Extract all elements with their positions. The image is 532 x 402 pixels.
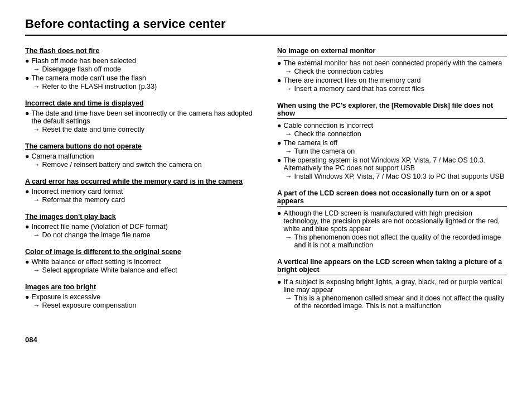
- section-item: →Do not change the image file name: [25, 231, 255, 239]
- bullet-icon: ●: [25, 74, 30, 82]
- arrow-icon: →: [33, 161, 40, 169]
- bullet-icon: ●: [277, 76, 282, 84]
- arrow-icon: →: [285, 147, 292, 155]
- bullet-text: Incorrect file name (Violation of DCF fo…: [32, 223, 168, 231]
- section-item: →Remove / reinsert battery and switch th…: [25, 161, 255, 169]
- arrow-icon: →: [285, 294, 292, 302]
- section-item: →Select appropriate White balance and ef…: [25, 266, 255, 274]
- bullet-icon: ●: [277, 139, 282, 147]
- section-title-date_time: Incorrect date and time is displayed: [25, 99, 255, 107]
- bullet-icon: ●: [277, 59, 282, 67]
- bullet-icon: ●: [25, 188, 30, 195]
- section-item: ●The date and time have been set incorre…: [25, 109, 255, 125]
- section-title-card_error: A card error has occurred while the memo…: [25, 178, 255, 185]
- section-item: →Reset exposure compensation: [25, 302, 255, 309]
- section-item: ●Cable connection is incorrect: [277, 122, 507, 130]
- arrow-text: Select appropriate White balance and eff…: [42, 266, 177, 274]
- section-item: ●Camera malfunction: [25, 152, 255, 160]
- section-bright: Images are too bright●Exposure is excess…: [25, 283, 255, 309]
- arrow-text: Turn the camera on: [294, 147, 355, 155]
- section-item: →Reformat the memory card: [25, 196, 255, 204]
- arrow-icon: →: [33, 65, 40, 73]
- arrow-icon: →: [33, 231, 40, 239]
- section-item: →This is a phenomenon called smear and i…: [277, 294, 507, 310]
- bullet-text: The camera mode can't use the flash: [32, 74, 146, 82]
- arrow-icon: →: [33, 302, 40, 309]
- section-date_time: Incorrect date and time is displayed●The…: [25, 99, 255, 133]
- arrow-text: Reformat the memory card: [42, 196, 125, 204]
- arrow-text: Reset exposure compensation: [42, 302, 137, 309]
- section-lcd_spot: A part of the LCD screen does not occasi…: [277, 189, 507, 249]
- bullet-text: The camera is off: [284, 139, 337, 147]
- bullet-icon: ●: [25, 223, 30, 231]
- bullet-text: If a subject is exposing bright lights, …: [284, 278, 507, 294]
- section-item: ●Flash off mode has been selected: [25, 57, 255, 65]
- arrow-icon: →: [33, 126, 40, 133]
- arrow-text: Insert a memory card that has correct fi…: [294, 85, 424, 93]
- section-item: ●Incorrect memory card format: [25, 188, 255, 195]
- section-item: ●Exposure is excessive: [25, 293, 255, 301]
- section-item: ●The camera is off: [277, 139, 507, 147]
- section-item: →Check the connection cables: [277, 68, 507, 75]
- section-title-color: Color of image is different to the origi…: [25, 248, 255, 256]
- section-title-bright: Images are too bright: [25, 283, 255, 291]
- bullet-text: Incorrect memory card format: [32, 188, 123, 195]
- section-item: →This phenomenon does not affect the qua…: [277, 233, 507, 249]
- section-no_image: No image on external monitor●The externa…: [277, 47, 507, 93]
- section-item: ●The operating system is not Windows XP,…: [277, 156, 507, 172]
- section-title-lcd_spot: A part of the LCD screen does not occasi…: [277, 189, 507, 207]
- section-item: ●Incorrect file name (Violation of DCF f…: [25, 223, 255, 231]
- section-title-vertical_line: A vertical line appears on the LCD scree…: [277, 258, 507, 275]
- section-item: ●If a subject is exposing bright lights,…: [277, 278, 507, 294]
- arrow-text: Check the connection cables: [294, 68, 384, 75]
- arrow-text: Disengage flash off mode: [42, 65, 122, 73]
- page-number: 084: [25, 336, 507, 344]
- section-item: →Disengage flash off mode: [25, 65, 255, 73]
- bullet-text: The date and time have been set incorrec…: [32, 109, 255, 125]
- section-item: ●Although the LCD screen is manufactured…: [277, 209, 507, 233]
- bullet-text: The external monitor has not been connec…: [284, 59, 502, 67]
- page-title: Before contacting a service center: [25, 17, 507, 36]
- bullet-icon: ●: [25, 57, 30, 65]
- bullet-icon: ●: [25, 109, 30, 117]
- section-item: ●White balance or effect setting is inco…: [25, 258, 255, 266]
- bullet-icon: ●: [277, 278, 282, 286]
- section-item: →Turn the camera on: [277, 147, 507, 155]
- bullet-text: The operating system is not Windows XP, …: [284, 156, 507, 172]
- arrow-text: Install Windows XP, Vista, 7 / Mac OS 10…: [294, 173, 505, 180]
- bullet-text: Although the LCD screen is manufactured …: [284, 209, 507, 233]
- bullet-icon: ●: [25, 258, 30, 266]
- section-card_error: A card error has occurred while the memo…: [25, 178, 255, 204]
- section-flash: The flash does not fire●Flash off mode h…: [25, 47, 255, 90]
- bullet-text: Flash off mode has been selected: [32, 57, 136, 65]
- arrow-text: This is a phenomenon called smear and it…: [294, 294, 507, 310]
- bullet-text: Exposure is excessive: [32, 293, 101, 301]
- section-title-no_image: No image on external monitor: [277, 47, 507, 56]
- section-item: →Refer to the FLASH instruction (p.33): [25, 83, 255, 90]
- section-playback: The images don't play back●Incorrect fil…: [25, 213, 255, 239]
- section-item: ●The external monitor has not been conne…: [277, 59, 507, 67]
- section-vertical_line: A vertical line appears on the LCD scree…: [277, 258, 507, 310]
- arrow-text: Check the connection: [294, 130, 361, 138]
- arrow-icon: →: [285, 173, 292, 180]
- bullet-text: White balance or effect setting is incor…: [32, 258, 161, 266]
- content-columns: The flash does not fire●Flash off mode h…: [25, 47, 507, 319]
- arrow-text: This phenomenon does not affect the qual…: [294, 233, 507, 249]
- section-item: ●The camera mode can't use the flash: [25, 74, 255, 82]
- bullet-icon: ●: [25, 293, 30, 301]
- bullet-text: Camera malfunction: [32, 152, 94, 160]
- section-removable_disk: When using the PC's explorer, the [Remov…: [277, 102, 507, 180]
- arrow-icon: →: [285, 233, 292, 241]
- left-column: The flash does not fire●Flash off mode h…: [25, 47, 255, 319]
- arrow-icon: →: [33, 83, 40, 90]
- section-item: →Check the connection: [277, 130, 507, 138]
- arrow-text: Reset the date and time correctly: [42, 126, 144, 133]
- arrow-icon: →: [285, 85, 292, 93]
- section-item: ●There are incorrect files on the memory…: [277, 76, 507, 84]
- bullet-text: There are incorrect files on the memory …: [284, 76, 421, 84]
- bullet-icon: ●: [277, 209, 282, 217]
- section-title-flash: The flash does not fire: [25, 47, 255, 55]
- section-title-buttons: The camera buttons do not operate: [25, 142, 255, 150]
- arrow-text: Refer to the FLASH instruction (p.33): [42, 83, 157, 90]
- arrow-icon: →: [33, 196, 40, 204]
